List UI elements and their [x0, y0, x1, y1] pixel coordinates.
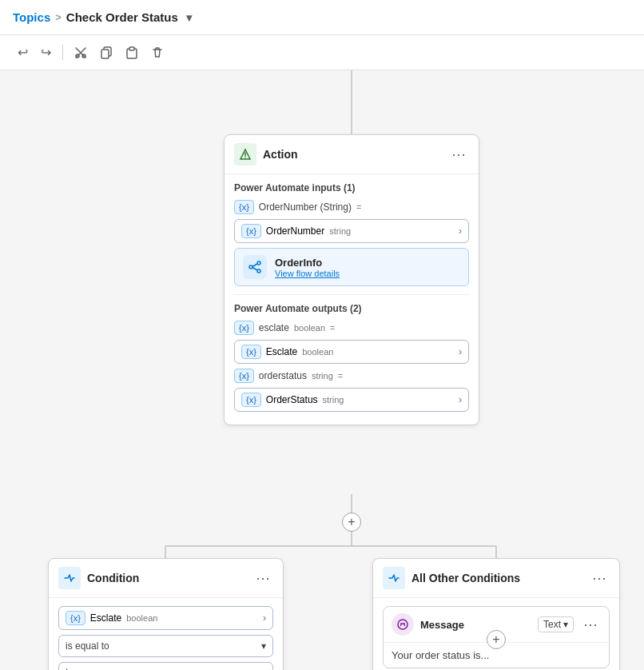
input-param-name: OrderNumber (String) [259, 201, 352, 213]
toolbar-divider [62, 45, 63, 61]
svg-point-18 [257, 261, 260, 265]
output1-type: boolean [294, 323, 325, 333]
svg-point-22 [403, 623, 404, 624]
output2-type: string [312, 371, 333, 381]
svg-point-17 [249, 265, 252, 269]
order-number-field[interactable]: {x} OrderNumber string › [234, 219, 469, 243]
output2-field-arrow: › [459, 394, 462, 405]
toolbar: ↩ ↪ [0, 35, 644, 70]
other-card-menu-button[interactable]: ⋯ [589, 568, 610, 588]
delete-button[interactable] [146, 43, 169, 62]
output1-field-badge: {x} [241, 345, 261, 359]
breadcrumb-topics[interactable]: Topics [13, 10, 50, 24]
action-card-title: Action [263, 148, 442, 161]
flow-box: OrderInfo View flow details [234, 248, 469, 286]
flow-info: OrderInfo View flow details [275, 257, 340, 278]
svg-point-21 [400, 623, 401, 624]
text-label: Text [543, 619, 561, 630]
input-param-eq: = [356, 202, 361, 212]
condition-card: Condition ⋯ {x} Esclate boolean › is equ… [48, 558, 284, 670]
condition-card-header: Condition ⋯ [49, 559, 283, 598]
condition-field-name: Esclate [90, 612, 121, 624]
condition-field[interactable]: {x} Esclate boolean › [58, 606, 273, 630]
condition-operator-label: is equal to [66, 640, 109, 652]
output1-field-type: boolean [302, 347, 333, 357]
message-icon [392, 613, 414, 636]
text-dropdown-chevron: ▾ [563, 619, 568, 630]
svg-rect-5 [129, 47, 134, 50]
input-field-name: OrderNumber [266, 225, 324, 237]
redo-button[interactable]: ↪ [36, 42, 56, 63]
action-card-body: Power Automate inputs (1) {x} OrderNumbe… [225, 174, 479, 425]
condition-field-badge: {x} [66, 611, 85, 625]
message-content: Your order status is... [392, 649, 489, 661]
condition-operator-select[interactable]: is equal to ▾ [58, 635, 273, 657]
output1-eq: = [330, 323, 335, 333]
paste-button[interactable] [121, 43, 143, 62]
other-card-title: All Other Conditions [411, 572, 582, 584]
action-card: Action ⋯ Power Automate inputs (1) {x} O… [224, 134, 479, 425]
action-card-header: Action ⋯ [225, 135, 479, 174]
output2-param-row: {x} orderstatus string = [234, 369, 469, 383]
chevron-down-icon: ▾ [261, 640, 266, 652]
condition-value-field[interactable]: true › [58, 662, 273, 670]
add-other-node-button[interactable]: + [487, 630, 506, 649]
action-icon [234, 143, 256, 166]
svg-point-20 [398, 620, 407, 629]
condition-icon [58, 567, 81, 589]
esclate-field[interactable]: {x} Esclate boolean › [234, 340, 469, 364]
svg-point-19 [257, 269, 260, 273]
svg-rect-3 [101, 50, 109, 58]
copy-button[interactable] [95, 43, 117, 62]
breadcrumb: Topics > Check Order Status ▾ [13, 10, 192, 24]
add-node-button[interactable]: + [342, 512, 361, 532]
condition-field-arrow: › [263, 612, 266, 624]
input-param-badge: {x} [234, 200, 254, 214]
output1-name: esclate [259, 322, 289, 333]
output1-field-arrow: › [459, 346, 462, 357]
output1-field-name: Esclate [266, 346, 297, 357]
input-field-arrow: › [459, 225, 462, 237]
cut-button[interactable] [70, 43, 92, 62]
other-card-header: All Other Conditions ⋯ [373, 559, 619, 598]
output1-badge: {x} [234, 321, 254, 335]
action-menu-button[interactable]: ⋯ [448, 144, 469, 165]
canvas: + + Action ⋯ Power Automate inputs (1) {… [0, 70, 644, 670]
condition-menu-button[interactable]: ⋯ [252, 568, 273, 588]
output2-field-name: OrderStatus [266, 394, 318, 405]
message-title: Message [420, 619, 531, 631]
text-type-dropdown[interactable]: Text ▾ [538, 616, 574, 632]
svg-point-16 [244, 157, 246, 158]
output1-param-row: {x} esclate boolean = [234, 321, 469, 335]
condition-field-type: boolean [126, 613, 157, 623]
condition-card-body: {x} Esclate boolean › is equal to ▾ true… [49, 598, 283, 670]
output2-badge: {x} [234, 369, 254, 383]
flow-icon [243, 255, 267, 279]
header: Topics > Check Order Status ▾ [0, 0, 644, 35]
condition-value: true [66, 667, 82, 670]
condition-card-title: Condition [87, 572, 246, 584]
output2-eq: = [338, 371, 343, 381]
chevron-down-icon[interactable]: ▾ [186, 11, 192, 24]
breadcrumb-separator: > [55, 11, 62, 23]
undo-button[interactable]: ↩ [13, 42, 33, 63]
flow-name: OrderInfo [275, 257, 340, 269]
view-flow-details-link[interactable]: View flow details [275, 269, 340, 278]
outputs-label: Power Automate outputs (2) [234, 303, 469, 314]
breadcrumb-current: Check Order Status [66, 10, 178, 24]
section-divider [234, 294, 469, 295]
output2-name: orderstatus [259, 370, 307, 381]
other-card-icon [383, 567, 405, 589]
message-menu-button[interactable]: ⋯ [580, 614, 601, 635]
output2-field-type: string [323, 395, 344, 405]
input-param-row: {x} OrderNumber (String) = [234, 200, 469, 214]
inputs-label: Power Automate inputs (1) [234, 182, 469, 193]
condition-value-arrow: › [263, 667, 266, 670]
output2-field-badge: {x} [241, 393, 261, 407]
orderstatus-field[interactable]: {x} OrderStatus string › [234, 388, 469, 412]
input-field-type: string [329, 226, 351, 236]
input-field-badge: {x} [241, 224, 261, 238]
other-conditions-card: All Other Conditions ⋯ Message Text ▾ [372, 558, 620, 670]
